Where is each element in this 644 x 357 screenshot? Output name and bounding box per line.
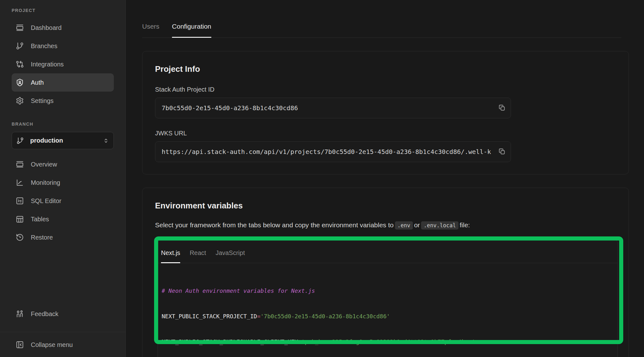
sidebar-item-label: Restore	[31, 234, 53, 241]
sidebar-item-sql-editor[interactable]: SQL Editor	[12, 192, 114, 210]
sidebar-item-label: Overview	[31, 161, 57, 168]
environment-variables-description: Select your framework from the tabs belo…	[155, 220, 618, 230]
tab-users[interactable]: Users	[142, 23, 159, 37]
sidebar-item-label: Feedback	[31, 310, 58, 318]
integrations-icon	[16, 60, 24, 68]
main-content: Users Configuration Project Info Stack A…	[126, 0, 644, 357]
git-branch-icon	[16, 42, 24, 50]
sidebar-bottom: Feedback	[12, 305, 114, 323]
project-nav: Dashboard Branches Integrations Auth Set…	[12, 19, 114, 110]
sidebar-item-auth[interactable]: Auth	[12, 73, 114, 92]
sidebar: PROJECT Dashboard Branches Integrations …	[0, 0, 126, 357]
sidebar-item-label: Auth	[31, 79, 44, 86]
sidebar-item-dashboard[interactable]: Dashboard	[12, 19, 114, 37]
project-id-value: 7b0c55d0-2e15-45d0-a236-8b1c4c30cd86	[162, 104, 298, 112]
code-line: NEXT_PUBLIC_STACK_PUBLISHABLE_CLIENT_KEY…	[162, 337, 613, 346]
dashboard-icon	[16, 24, 24, 32]
terminal-icon	[16, 197, 24, 205]
sidebar-item-label: Settings	[31, 97, 53, 105]
panel-left-close-icon	[16, 341, 24, 349]
sidebar-item-monitoring[interactable]: Monitoring	[12, 173, 114, 192]
branch-nav: Overview Monitoring SQL Editor Tables Re…	[12, 155, 114, 246]
copy-project-id-button[interactable]	[497, 103, 507, 113]
chevron-up-down-icon	[103, 138, 109, 144]
environment-variables-title: Environment variables	[155, 200, 618, 211]
project-info-title: Project Info	[155, 63, 618, 75]
jwks-url-field[interactable]: https://api.stack-auth.com/api/v1/projec…	[155, 141, 511, 162]
gear-icon	[16, 97, 24, 105]
branch-section-label: BRANCH	[12, 121, 114, 128]
copy-icon	[497, 103, 506, 112]
sidebar-item-label: SQL Editor	[31, 197, 61, 205]
framework-tabs: Next.js React JavaScript	[158, 240, 618, 263]
env-code-block: Next.js React JavaScript # Neon Auth env…	[158, 240, 618, 357]
overview-icon	[16, 160, 24, 168]
history-icon	[16, 233, 24, 241]
project-section-label: PROJECT	[12, 7, 114, 14]
sidebar-item-label: Monitoring	[31, 179, 60, 186]
table-icon	[16, 215, 24, 223]
sidebar-item-label: Branches	[31, 42, 58, 50]
copy-icon	[497, 147, 506, 156]
branch-selector-value: production	[30, 137, 63, 144]
page-tabs: Users Configuration	[142, 0, 621, 38]
environment-variables-card: Environment variables Select your framew…	[142, 188, 629, 357]
tab-javascript[interactable]: JavaScript	[215, 249, 245, 263]
sidebar-item-branches[interactable]: Branches	[12, 37, 114, 55]
sidebar-item-restore[interactable]: Restore	[12, 228, 114, 246]
sidebar-item-settings[interactable]: Settings	[12, 92, 114, 110]
code-line: NEXT_PUBLIC_STACK_PROJECT_ID='7b0c55d0-2…	[162, 312, 613, 320]
sidebar-item-overview[interactable]: Overview	[12, 155, 114, 173]
tab-react[interactable]: React	[190, 249, 206, 263]
project-id-label: Stack Auth Project ID	[155, 85, 618, 94]
sidebar-item-feedback[interactable]: Feedback	[12, 305, 114, 323]
collapse-menu-button[interactable]: Collapse menu	[12, 336, 114, 354]
env-file-chip: .env	[395, 221, 413, 230]
tab-configuration[interactable]: Configuration	[172, 23, 211, 37]
sidebar-item-label: Integrations	[31, 61, 64, 68]
branch-selector[interactable]: production	[12, 132, 114, 149]
auth-shield-user-icon	[16, 78, 24, 87]
git-branch-icon	[16, 137, 24, 144]
collapse-menu-label: Collapse menu	[31, 341, 73, 348]
copy-jwks-url-button[interactable]	[497, 147, 507, 157]
project-id-field[interactable]: 7b0c55d0-2e15-45d0-a236-8b1c4c30cd86	[155, 98, 511, 118]
users-icon	[16, 310, 24, 318]
sidebar-item-label: Tables	[31, 216, 49, 223]
code-line: # Neon Auth environment variables for Ne…	[162, 286, 613, 295]
sidebar-item-integrations[interactable]: Integrations	[12, 55, 114, 73]
sidebar-item-tables[interactable]: Tables	[12, 210, 114, 228]
sidebar-divider	[0, 332, 125, 332]
env-local-file-chip: .env.local	[421, 221, 458, 230]
env-code-content: # Neon Auth environment variables for Ne…	[158, 263, 618, 357]
tab-nextjs[interactable]: Next.js	[161, 249, 180, 263]
line-chart-icon	[16, 178, 24, 187]
project-info-card: Project Info Stack Auth Project ID 7b0c5…	[142, 51, 629, 174]
sidebar-item-label: Dashboard	[31, 24, 62, 31]
jwks-url-label: JWKS URL	[155, 129, 618, 137]
jwks-url-value: https://api.stack-auth.com/api/v1/projec…	[162, 148, 491, 156]
